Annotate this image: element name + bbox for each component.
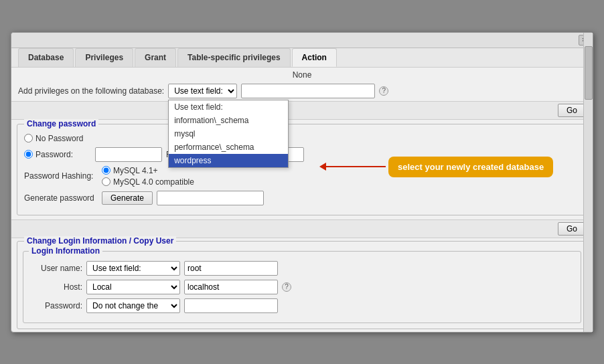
nav-tabs: Database Privileges Grant Table-specific… (11, 48, 593, 68)
host-select[interactable]: Local (86, 280, 180, 294)
host-row: Host: Local ? (29, 280, 575, 294)
go-row-2: Go (11, 219, 593, 238)
go-button-2[interactable]: Go (558, 222, 586, 236)
scrollbar[interactable] (583, 33, 593, 332)
generate-row: Generate password Generate (24, 191, 580, 205)
dp-wordpress[interactable]: wordpress (169, 154, 288, 167)
host-label: Host: (29, 282, 82, 292)
password-radio[interactable] (24, 150, 33, 159)
tab-action[interactable]: Action (292, 48, 337, 67)
generate-label: Generate password (24, 193, 98, 203)
change-password-legend: Change password (24, 119, 98, 128)
host-input[interactable] (184, 280, 278, 294)
change-login-legend: Change Login Information / Copy User (24, 236, 176, 246)
database-select[interactable]: Use text field: (168, 84, 237, 98)
login-info-legend: Login Information (29, 246, 102, 256)
main-window: × Database Privileges Grant Table-specif… (11, 32, 593, 333)
title-bar: × (11, 33, 593, 48)
database-dropdown-popup: Use text field: information\_schema mysq… (168, 100, 289, 168)
change-login-section: Change Login Information / Copy User Log… (17, 241, 587, 329)
login-password-input[interactable] (184, 298, 278, 313)
tooltip-bubble: select your newly created database (388, 157, 553, 177)
login-info-inner: Login Information User name: Use text fi… (23, 251, 581, 323)
username-input[interactable] (184, 261, 278, 276)
database-text-field[interactable] (241, 84, 375, 98)
database-dropdown-container: Use text field: Use text field: informat… (168, 84, 237, 98)
add-privileges-label: Add privileges on the following database… (18, 86, 164, 96)
arrow-line (325, 166, 386, 167)
dp-use-text[interactable]: Use text field: (169, 100, 288, 114)
tooltip-container: select your newly created database (319, 157, 553, 177)
add-privileges-row: Add privileges on the following database… (11, 81, 593, 101)
login-password-label: Password: (29, 301, 82, 310)
password-input[interactable] (95, 147, 162, 162)
help-icon[interactable]: ? (379, 86, 388, 96)
tab-database[interactable]: Database (18, 48, 74, 67)
no-password-row: No Password (24, 134, 580, 143)
generate-output[interactable] (157, 191, 264, 205)
go-button-1[interactable]: Go (558, 104, 586, 117)
no-password-radio[interactable] (24, 134, 33, 143)
generate-button[interactable]: Generate (102, 191, 153, 205)
host-help-icon[interactable]: ? (282, 282, 291, 292)
mysql40-label: MySQL 4.0 compatible (102, 177, 194, 187)
dp-performance-schema[interactable]: performance\_schema (169, 141, 288, 154)
username-select[interactable]: Use text field: (86, 261, 180, 276)
tab-privileges[interactable]: Privileges (75, 48, 133, 67)
dp-information-schema[interactable]: information\_schema (169, 114, 288, 127)
scroll-thumb[interactable] (585, 46, 593, 100)
login-password-row: Password: Do not change the (29, 298, 575, 313)
tab-table-specific[interactable]: Table-specific privileges (177, 48, 291, 67)
username-row: User name: Use text field: (29, 261, 575, 276)
mysql41-radio[interactable] (102, 166, 110, 175)
none-label: None (11, 68, 593, 81)
no-password-label: No Password (24, 134, 91, 143)
tab-grant[interactable]: Grant (135, 48, 176, 67)
password-radio-label: Password: (24, 150, 91, 159)
go-row-1: Go (11, 101, 593, 120)
hashing-label: Password Hashing: (24, 171, 98, 181)
login-password-select[interactable]: Do not change the (86, 298, 180, 313)
dp-mysql[interactable]: mysql (169, 127, 288, 141)
username-label: User name: (29, 264, 82, 273)
mysql40-radio[interactable] (102, 177, 110, 186)
